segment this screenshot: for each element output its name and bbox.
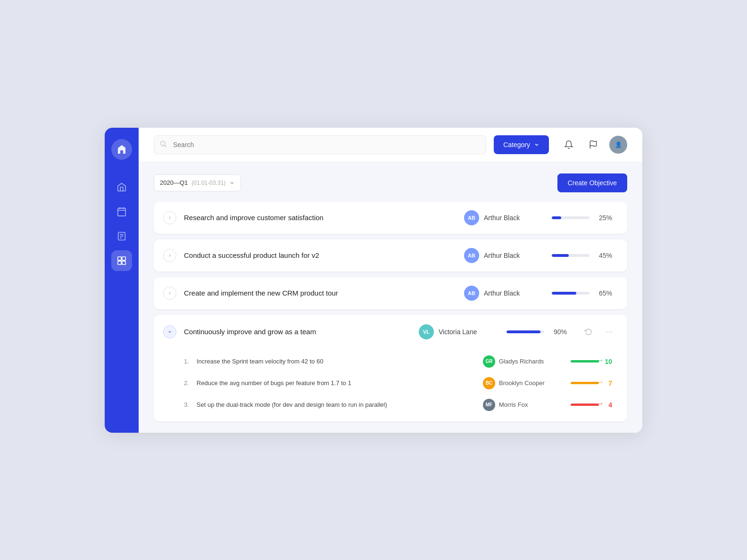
refresh-button-4[interactable]	[580, 323, 597, 340]
kr-number-1: 1.	[184, 358, 189, 365]
toolbar-row: 2020—Q1 (01.01-03.31) Create Objective	[154, 173, 627, 192]
svg-point-12	[161, 141, 165, 145]
kr-title-3: Set up the dual-track mode (for dev and …	[197, 401, 475, 408]
objective-title-1: Research and improve customer satisfacti…	[184, 214, 456, 222]
user-avatar-button[interactable]: 👤	[609, 136, 627, 154]
progress-4: 90%	[506, 328, 573, 336]
objective-card-2: Conduct a successful product launch for …	[154, 239, 627, 272]
progress-bar-bg-1	[552, 216, 589, 219]
objective-card-4: Continuously improve and grow as a team …	[154, 315, 627, 421]
assignee-3: AB Arthur Black	[464, 286, 544, 301]
kr-row-2: 2. Reduce the avg number of bugs per fea…	[184, 372, 627, 394]
svg-line-13	[165, 145, 166, 147]
sidebar	[105, 128, 139, 433]
objective-card-3: Create and implement the new CRM product…	[154, 277, 627, 309]
expand-button-2[interactable]	[163, 249, 176, 262]
kr-title-2: Reduce the avg number of bugs per featur…	[197, 379, 475, 387]
app-container: Category	[105, 128, 642, 433]
objective-row-2: Conduct a successful product launch for …	[154, 239, 627, 272]
kr-assignee-name-2: Brooklyn Cooper	[499, 379, 545, 387]
expand-button-4[interactable]	[163, 325, 176, 338]
sidebar-item-calendar[interactable]	[111, 201, 132, 222]
progress-bar-bg-4	[506, 330, 544, 333]
svg-rect-8	[118, 256, 121, 260]
assignee-avatar-1: AB	[464, 210, 479, 225]
kr-row-1: 1. Increase the Sprint team velocity fro…	[184, 351, 627, 372]
kr-arrow-bar-1: →	[571, 360, 599, 362]
objectives-list: Research and improve customer satisfacti…	[154, 202, 627, 421]
key-results-4: 1. Increase the Sprint team velocity fro…	[154, 349, 627, 421]
sidebar-item-notes[interactable]	[111, 226, 132, 247]
assignee-1: AB Arthur Black	[464, 210, 544, 225]
flag-button[interactable]	[585, 136, 602, 153]
svg-point-17	[611, 331, 612, 332]
progress-bar-fill-3	[552, 292, 576, 295]
sidebar-item-grid[interactable]	[111, 250, 132, 271]
objective-title-4: Continuously improve and grow as a team	[184, 328, 411, 336]
objective-title-2: Conduct a successful product launch for …	[184, 251, 456, 259]
progress-bar-bg-3	[552, 292, 589, 295]
kr-title-1: Increase the Sprint team velocity from 4…	[197, 358, 475, 365]
kr-number-2: 2.	[184, 379, 189, 387]
kr-row-3: 3. Set up the dual-track mode (for dev a…	[184, 394, 627, 416]
progress-2: 45%	[552, 252, 618, 259]
kr-assignee-avatar-2: BC	[483, 377, 495, 389]
search-wrapper	[154, 135, 486, 154]
category-button[interactable]: Category	[494, 135, 549, 154]
sidebar-navigation	[111, 177, 132, 421]
assignee-avatar-3: AB	[464, 286, 479, 301]
header-actions: 👤	[560, 136, 627, 154]
kr-assignee-3: MF Morris Fox	[483, 399, 563, 411]
svg-rect-10	[118, 261, 121, 264]
assignee-2: AB Arthur Black	[464, 248, 544, 263]
kr-assignee-2: BC Brooklyn Cooper	[483, 377, 563, 389]
objective-card-1: Research and improve customer satisfacti…	[154, 202, 627, 234]
progress-pct-2: 45%	[595, 252, 612, 259]
kr-assignee-name-1: Gladys Richards	[499, 358, 544, 365]
more-button-4[interactable]	[601, 323, 618, 340]
progress-bar-fill-4	[506, 330, 540, 333]
search-icon	[159, 140, 167, 149]
progress-pct-3: 65%	[595, 289, 612, 297]
objective-row-3: Create and implement the new CRM product…	[154, 277, 627, 309]
svg-rect-0	[118, 208, 126, 216]
content-area: 2020—Q1 (01.01-03.31) Create Objective	[139, 162, 642, 433]
progress-bar-bg-2	[552, 254, 589, 257]
objective-title-3: Create and implement the new CRM product…	[184, 289, 456, 297]
progress-3: 65%	[552, 289, 618, 297]
search-input[interactable]	[154, 135, 486, 154]
assignee-avatar-2: AB	[464, 248, 479, 263]
svg-point-15	[606, 331, 607, 332]
period-label: 2020—Q1	[160, 179, 188, 186]
svg-rect-9	[122, 256, 125, 260]
notification-button[interactable]	[560, 136, 577, 153]
assignee-avatar-4: VL	[419, 324, 434, 339]
create-objective-button[interactable]: Create Objective	[557, 173, 627, 192]
expand-button-3[interactable]	[163, 287, 176, 300]
progress-pct-1: 25%	[595, 214, 612, 222]
kr-progress-1: → 10	[571, 358, 618, 365]
assignee-name-4: Victoria Lane	[439, 328, 477, 336]
objective-row-4: Continuously improve and grow as a team …	[154, 315, 627, 349]
svg-point-16	[609, 331, 610, 332]
row-actions-4	[580, 323, 618, 340]
objective-row-1: Research and improve customer satisfacti…	[154, 202, 627, 234]
progress-pct-4: 90%	[550, 328, 567, 336]
expand-button-1[interactable]	[163, 211, 176, 224]
assignee-name-2: Arthur Black	[484, 252, 520, 259]
kr-assignee-avatar-1: GR	[483, 355, 495, 368]
svg-rect-11	[122, 261, 125, 264]
sidebar-item-home[interactable]	[111, 177, 132, 198]
kr-assignee-avatar-3: MF	[483, 399, 495, 411]
kr-assignee-name-3: Morris Fox	[499, 401, 528, 408]
kr-value-2: 7	[603, 379, 612, 387]
period-dates: (01.01-03.31)	[191, 180, 225, 186]
assignee-name-1: Arthur Black	[484, 214, 520, 222]
sidebar-logo[interactable]	[111, 139, 132, 160]
period-select[interactable]: 2020—Q1 (01.01-03.31)	[154, 174, 241, 191]
header: Category	[139, 128, 642, 162]
kr-number-3: 3.	[184, 401, 189, 408]
progress-bar-fill-2	[552, 254, 569, 257]
kr-value-3: 4	[603, 401, 612, 409]
main-content: Category	[139, 128, 642, 433]
